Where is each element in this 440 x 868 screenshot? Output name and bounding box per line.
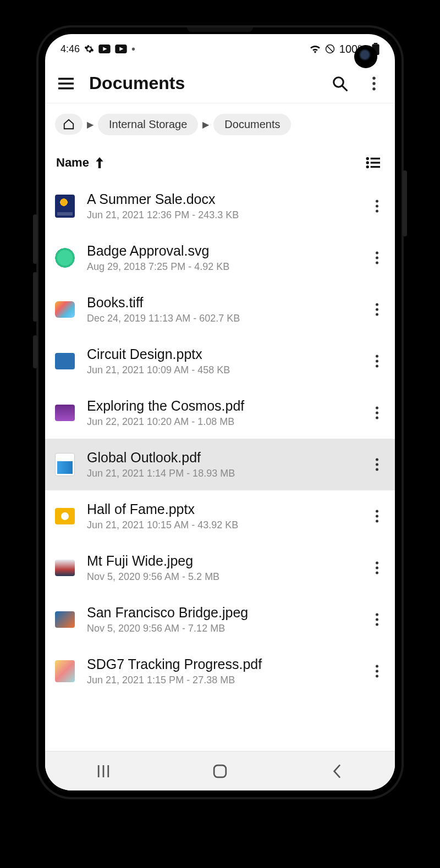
svg-point-41 [376,562,378,565]
file-more-button[interactable] [369,298,385,320]
file-row[interactable]: Mt Fuji Wide.jpegNov 5, 2020 9:56 AM - 5… [45,542,395,594]
file-thumbnail [55,453,75,476]
chevron-right-icon: ▶ [202,119,209,130]
svg-point-21 [376,205,378,208]
file-row[interactable]: SDG7 Tracking Progress.pdfJun 21, 2021 1… [45,645,395,697]
volume-up-button[interactable] [33,214,37,264]
file-row[interactable]: San Francisco Bridge.jpegNov 5, 2020 9:5… [45,594,395,645]
svg-point-18 [366,165,369,168]
volume-down-button[interactable] [33,272,37,322]
file-info: Exploring the Cosmos.pdfJun 22, 2021 10:… [87,398,356,428]
sort-label: Name [56,156,89,170]
file-row[interactable]: A Summer Sale.docxJun 21, 2021 12:36 PM … [45,180,395,232]
file-meta: Aug 29, 2018 7:25 PM - 4.92 KB [87,261,356,273]
svg-point-32 [376,407,378,410]
file-more-button[interactable] [369,454,385,476]
file-name: Global Outlook.pdf [87,450,356,466]
file-info: Books.tiffDec 24, 2019 11:13 AM - 602.7 … [87,295,356,324]
file-row[interactable]: Hall of Fame.pptxJun 21, 2021 10:15 AM -… [45,490,395,542]
svg-point-16 [366,161,369,164]
svg-point-13 [372,87,375,90]
file-row[interactable]: Circuit Design.pptxJun 21, 2021 10:09 AM… [45,335,395,387]
home-button[interactable] [198,760,242,782]
more-options-button[interactable] [363,73,385,95]
menu-button[interactable] [55,73,77,95]
file-more-button[interactable] [369,195,385,217]
sort-toggle[interactable]: Name [56,156,105,170]
breadcrumb-item[interactable]: Documents [213,114,291,135]
search-button[interactable] [329,73,351,95]
svg-point-33 [376,412,378,414]
svg-point-30 [376,360,378,363]
phone-frame: 4:46 • 100% [38,27,402,797]
svg-point-28 [376,313,378,316]
file-list[interactable]: A Summer Sale.docxJun 21, 2021 12:36 PM … [45,180,395,751]
youtube-icon [115,45,127,53]
file-more-button[interactable] [369,350,385,372]
svg-point-12 [372,82,375,85]
power-button[interactable] [403,170,407,236]
svg-point-11 [372,76,375,79]
file-more-button[interactable] [369,505,385,527]
file-info: A Summer Sale.docxJun 21, 2021 12:36 PM … [87,191,356,221]
breadcrumb-label: Documents [224,118,280,131]
file-row[interactable]: Global Outlook.pdfJun 21, 2021 1:14 PM -… [45,439,395,490]
file-name: SDG7 Tracking Progress.pdf [87,656,356,672]
status-time: 4:46 [61,43,80,55]
breadcrumb-item[interactable]: Internal Storage [98,114,198,135]
svg-point-40 [376,520,378,523]
svg-point-25 [376,262,378,264]
file-thumbnail [55,353,75,369]
file-name: Books.tiff [87,295,356,311]
file-row[interactable]: Badge Approval.svgAug 29, 2018 7:25 PM -… [45,232,395,284]
breadcrumb: ▶ Internal Storage ▶ Documents [45,103,395,145]
svg-point-45 [376,618,378,621]
file-name: Circuit Design.pptx [87,346,356,362]
file-row[interactable]: Exploring the Cosmos.pdfJun 22, 2021 10:… [45,387,395,439]
file-more-button[interactable] [369,247,385,269]
back-button[interactable] [315,760,359,782]
svg-point-14 [366,157,369,160]
svg-point-46 [376,623,378,626]
file-name: A Summer Sale.docx [87,191,356,207]
arrow-up-icon [95,157,105,168]
svg-point-42 [376,567,378,570]
svg-point-39 [376,515,378,518]
recents-button[interactable] [81,760,125,782]
svg-point-49 [376,675,378,678]
svg-rect-8 [58,87,74,90]
svg-point-29 [376,355,378,358]
svg-point-44 [376,613,378,616]
file-thumbnail [55,301,75,318]
file-thumbnail [55,248,75,268]
svg-rect-15 [371,158,380,159]
svg-line-10 [342,85,347,90]
file-name: Mt Fuji Wide.jpeg [87,553,356,569]
svg-point-24 [376,257,378,259]
youtube-icon [98,45,111,53]
svg-point-34 [376,417,378,419]
svg-rect-17 [371,162,380,163]
svg-point-22 [376,210,378,213]
file-meta: Jun 21, 2021 1:14 PM - 18.93 MB [87,468,356,479]
file-more-button[interactable] [369,402,385,424]
breadcrumb-home[interactable] [55,114,82,135]
file-row[interactable]: Books.tiffDec 24, 2019 11:13 AM - 602.7 … [45,284,395,335]
svg-rect-7 [58,82,74,85]
file-name: San Francisco Bridge.jpeg [87,605,356,621]
wifi-icon [310,45,321,53]
file-more-button[interactable] [369,660,385,682]
svg-point-37 [376,468,378,471]
file-info: Badge Approval.svgAug 29, 2018 7:25 PM -… [87,243,356,273]
app-bar: Documents [45,64,395,103]
home-icon [63,118,75,130]
file-more-button[interactable] [369,557,385,579]
view-mode-button[interactable] [362,152,384,174]
file-name: Exploring the Cosmos.pdf [87,398,356,414]
file-more-button[interactable] [369,609,385,631]
bixby-button[interactable] [33,335,37,368]
file-meta: Jun 21, 2021 10:09 AM - 458 KB [87,364,356,376]
svg-point-23 [376,252,378,255]
file-thumbnail [55,660,75,682]
file-meta: Nov 5, 2020 9:56 AM - 5.2 MB [87,571,356,583]
